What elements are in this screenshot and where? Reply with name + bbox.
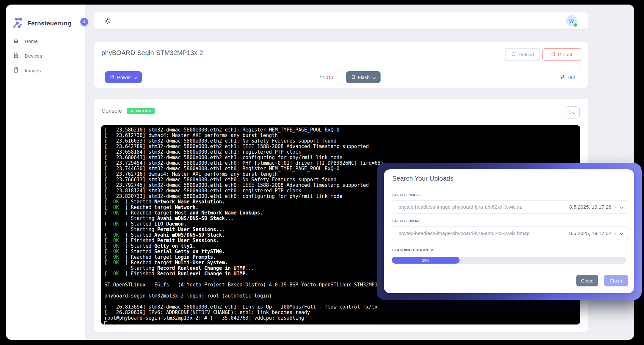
- select-bmap-value: phytec-headless-image-phyboard-lyra-am62…: [398, 230, 530, 236]
- brand: Fernsteuerung: [12, 16, 72, 31]
- sidebar-item-home[interactable]: Home: [6, 36, 85, 46]
- flash-button[interactable]: Flash: [604, 275, 628, 286]
- brand-logo-icon: [12, 16, 24, 31]
- console-menu-button[interactable]: [565, 106, 580, 118]
- search-uploads-modal: Search Your Uploads SELECT IMAGE phytec-…: [384, 169, 634, 293]
- console-line: [ 23.680641] stm32-dwmac 5800e000.eth2 e…: [104, 155, 577, 160]
- sidebar-item-label: Home: [25, 38, 38, 44]
- sidebar-collapse-button[interactable]: [80, 18, 88, 26]
- flashing-progress-label: FLASHING PROGRESS: [392, 248, 435, 252]
- console-line: [ 23.616633] stm32-dwmac 5800e000.eth2 e…: [104, 138, 577, 144]
- chevron-down-icon[interactable]: [620, 230, 624, 236]
- detach-label: Detach: [558, 52, 574, 57]
- power-status-label: On: [327, 75, 333, 80]
- power-panel: Power On: [101, 69, 339, 85]
- sidebar-item-images[interactable]: Images: [6, 65, 85, 76]
- select-bmap-field[interactable]: phytec-headless-image-phyboard-lyra-am62…: [392, 227, 629, 240]
- console-line: [ 23.642789] stm32-dwmac 5800e000.eth2 e…: [104, 144, 577, 149]
- flashing-progress-fill: 29%: [392, 257, 460, 264]
- flashing-progress-value: 29%: [422, 258, 429, 262]
- dut-status-label: Dut: [568, 75, 575, 80]
- online-status-dot: [574, 23, 577, 27]
- console-line: [ 23.658184] stm32-dwmac 5800e000.eth2 e…: [104, 149, 577, 155]
- close-button[interactable]: Close: [576, 275, 598, 286]
- dots-vertical-icon: [569, 109, 570, 116]
- console-line: [ 23.586210] stm32-dwmac 5800e000.eth2 e…: [104, 127, 577, 133]
- swap-arrows-icon: [560, 75, 565, 80]
- modal-title: Search Your Uploads: [392, 175, 453, 182]
- flash-label: Flash: [358, 75, 370, 80]
- clear-icon[interactable]: ×: [614, 205, 617, 209]
- console-line: [104, 321, 577, 324]
- device-card: phyBOARD-Segin-STM32MP13x-2 Reload Detac…: [94, 42, 588, 88]
- console-line: root@phyboard-segin-stm32mp13x-2:~# [ 35…: [104, 315, 577, 321]
- logout-icon: [550, 51, 556, 58]
- console-line: [ 23.612736] dwmac4: Master AXI performs…: [104, 133, 577, 138]
- select-bmap-label: SELECT BMAP: [392, 219, 420, 223]
- console-header: Console ATTACHED: [101, 108, 155, 114]
- attached-badge: ATTACHED: [127, 108, 154, 114]
- power-icon: [110, 75, 114, 80]
- chevron-down-icon: [134, 75, 137, 80]
- clear-icon[interactable]: ×: [614, 231, 617, 236]
- sd-card-icon: [351, 75, 355, 80]
- flash-dropdown-button[interactable]: Flash: [346, 71, 381, 83]
- dut-status: Dut: [560, 75, 575, 80]
- select-image-field[interactable]: phytec-headless-image-phyboard-lyra-am62…: [392, 200, 629, 214]
- select-bmap-date: 8.5.2025, 19:17:52: [569, 230, 611, 236]
- chevron-down-icon: [572, 110, 575, 116]
- power-on-icon: [320, 75, 324, 80]
- refresh-icon: [511, 52, 516, 58]
- avatar[interactable]: W: [566, 15, 577, 26]
- select-image-label: SELECT IMAGE: [392, 193, 421, 197]
- power-label: Power: [117, 75, 131, 80]
- chevron-left-icon: [83, 19, 86, 25]
- console-title: Console: [101, 108, 122, 114]
- reload-button[interactable]: Reload: [505, 48, 540, 61]
- select-image-date: 8.5.2025, 19:17:26: [569, 204, 611, 210]
- flashing-progress-bar: 29%: [392, 257, 626, 264]
- console-line: [ 26.813694] stm32-dwmac 5800e000.eth2 e…: [104, 304, 577, 310]
- sd-card-icon: [13, 67, 19, 74]
- flash-panel: Flash Dut: [342, 69, 581, 85]
- reload-label: Reload: [518, 52, 534, 57]
- console-line: [ 26.820639] IPv6: ADDRCONF(NETDEV_CHANG…: [104, 310, 577, 315]
- device-title: phyBOARD-Segin-STM32MP13x-2: [101, 49, 203, 57]
- sidebar-item-devices[interactable]: Devices: [6, 50, 85, 61]
- detach-button[interactable]: Detach: [543, 48, 581, 61]
- sidebar-nav: Home Devices Images: [6, 36, 85, 80]
- document-icon: [13, 52, 19, 59]
- chevron-down-icon[interactable]: [620, 204, 624, 210]
- sun-icon: [104, 21, 112, 26]
- avatar-initial: W: [569, 18, 574, 24]
- brand-title: Fernsteuerung: [27, 20, 72, 27]
- select-image-value: phytec-headless-image-phyboard-lyra-am62…: [398, 204, 522, 210]
- theme-toggle-button[interactable]: [103, 17, 112, 25]
- power-status: On: [320, 75, 333, 80]
- chevron-down-icon: [372, 75, 376, 80]
- power-dropdown-button[interactable]: Power: [105, 71, 142, 83]
- sidebar-item-label: Devices: [25, 53, 42, 59]
- home-icon: [13, 38, 19, 45]
- sidebar-item-label: Images: [25, 68, 41, 73]
- top-bar: W: [94, 12, 588, 29]
- sidebar: Fernsteuerung Home Devices: [6, 5, 85, 340]
